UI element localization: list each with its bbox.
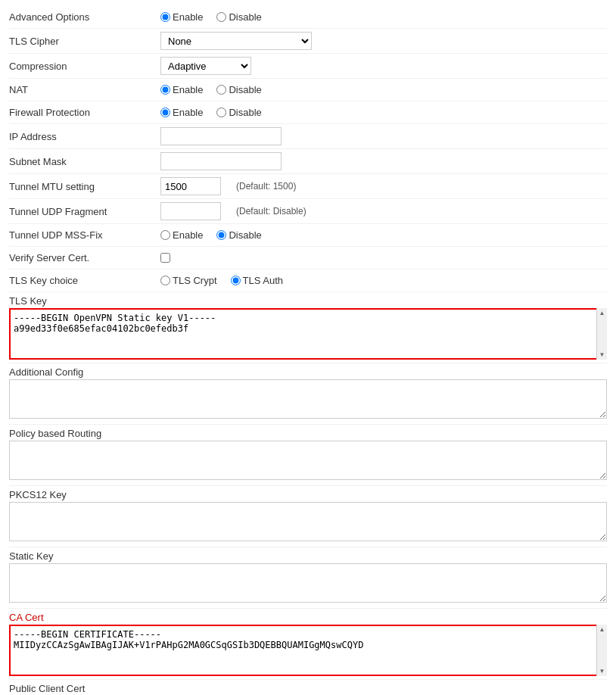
ip-address-control — [160, 127, 607, 145]
tls-cipher-select[interactable]: None AES-128-CBC AES-256-CBC BF-CBC CAME… — [160, 32, 312, 50]
pkcs12-key-wrapper — [9, 502, 607, 544]
ca-cert-box: -----BEGIN CERTIFICATE----- MIIDyzCCAzSg… — [9, 625, 607, 676]
tls-key-scrollbar: ▲ ▼ — [596, 308, 607, 360]
compression-row: Compression Adaptive None LZO — [9, 54, 607, 79]
policy-routing-row: Policy based Routing — [9, 425, 607, 486]
nat-disable-label[interactable]: Disable — [216, 84, 261, 95]
advanced-options-enable-radio[interactable] — [160, 12, 170, 22]
firewall-enable-radio[interactable] — [160, 108, 170, 117]
static-key-row: Static Key — [9, 547, 607, 609]
firewall-disable-radio[interactable] — [216, 108, 226, 117]
ca-cert-row: CA Cert -----BEGIN CERTIFICATE----- MIID… — [9, 609, 607, 680]
advanced-options-control: Enable Disable — [160, 11, 607, 23]
additional-config-row: Additional Config — [9, 363, 607, 425]
subnet-mask-row: Subnet Mask — [9, 149, 607, 174]
tls-cipher-control: None AES-128-CBC AES-256-CBC BF-CBC CAME… — [160, 32, 607, 50]
scroll-down-arrow[interactable]: ▼ — [599, 351, 605, 358]
firewall-protection-label: Firewall Protection — [9, 107, 160, 118]
firewall-protection-row: Firewall Protection Enable Disable — [9, 101, 607, 124]
tls-key-choice-label: TLS Key choice — [9, 275, 160, 286]
ca-scroll-up-arrow[interactable]: ▲ — [599, 626, 605, 633]
tls-key-wrapper: -----BEGIN OpenVPN Static key V1----- a9… — [9, 308, 607, 360]
additional-config-textarea[interactable] — [9, 379, 607, 419]
tunnel-mtu-hint: (Default: 1500) — [236, 181, 296, 192]
tls-key-box: -----BEGIN OpenVPN Static key V1----- a9… — [9, 308, 607, 360]
compression-select[interactable]: Adaptive None LZO — [160, 57, 251, 75]
tunnel-udp-fragment-hint: (Default: Disable) — [236, 206, 306, 217]
public-client-cert-row: Public Client Cert — [9, 680, 607, 695]
tls-key-label: TLS Key — [9, 295, 160, 307]
tls-auth-label[interactable]: TLS Auth — [231, 275, 283, 286]
subnet-mask-control — [160, 152, 607, 170]
static-key-wrapper — [9, 563, 607, 605]
subnet-mask-label: Subnet Mask — [9, 156, 160, 167]
mss-enable-radio[interactable] — [160, 230, 170, 240]
pkcs12-key-label: PKCS12 Key — [9, 489, 160, 500]
policy-routing-wrapper — [9, 441, 607, 482]
compression-label: Compression — [9, 61, 160, 72]
ca-cert-scrollbar: ▲ ▼ — [596, 625, 607, 676]
advanced-options-disable-radio[interactable] — [216, 12, 226, 22]
nat-label: NAT — [9, 84, 160, 95]
tls-crypt-radio[interactable] — [160, 276, 170, 285]
nat-enable-radio[interactable] — [160, 85, 170, 95]
tunnel-udp-fragment-control: (Default: Disable) — [160, 202, 607, 220]
ca-scroll-down-arrow[interactable]: ▼ — [599, 668, 605, 675]
firewall-disable-label[interactable]: Disable — [216, 107, 261, 118]
advanced-options-row: Advanced Options Enable Disable — [9, 6, 607, 29]
tunnel-udp-mss-fix-label: Tunnel UDP MSS-Fix — [9, 229, 160, 241]
tunnel-udp-fragment-label: Tunnel UDP Fragment — [9, 206, 160, 217]
tunnel-mtu-control: (Default: 1500) — [160, 177, 607, 195]
pkcs12-key-row: PKCS12 Key — [9, 486, 607, 547]
verify-server-cert-checkbox[interactable] — [160, 253, 170, 263]
tls-auth-radio[interactable] — [231, 276, 241, 285]
additional-config-wrapper — [9, 379, 607, 421]
advanced-options-label: Advanced Options — [9, 11, 160, 23]
tls-key-row: TLS Key -----BEGIN OpenVPN Static key V1… — [9, 292, 607, 363]
verify-server-cert-row: Verify Server Cert. — [9, 247, 607, 270]
policy-routing-label: Policy based Routing — [9, 428, 160, 439]
mss-disable-label[interactable]: Disable — [216, 229, 261, 241]
ca-cert-label: CA Cert — [9, 612, 160, 623]
nat-disable-radio[interactable] — [216, 85, 226, 95]
tunnel-udp-mss-fix-control: Enable Disable — [160, 229, 607, 241]
tls-key-textarea[interactable]: -----BEGIN OpenVPN Static key V1----- a9… — [11, 310, 605, 358]
policy-routing-textarea[interactable] — [9, 441, 607, 480]
tunnel-mtu-row: Tunnel MTU setting (Default: 1500) — [9, 174, 607, 199]
main-container: Advanced Options Enable Disable TLS Ciph… — [0, 0, 616, 695]
tls-key-choice-control: TLS Crypt TLS Auth — [160, 275, 607, 286]
tunnel-mtu-input[interactable] — [160, 177, 221, 195]
ip-address-input[interactable] — [160, 127, 282, 145]
tunnel-udp-fragment-row: Tunnel UDP Fragment (Default: Disable) — [9, 199, 607, 224]
firewall-protection-control: Enable Disable — [160, 107, 607, 118]
verify-server-cert-label: Verify Server Cert. — [9, 252, 160, 263]
tunnel-udp-fragment-input[interactable] — [160, 202, 221, 220]
tunnel-mtu-label: Tunnel MTU setting — [9, 181, 160, 192]
compression-control: Adaptive None LZO — [160, 57, 607, 75]
tls-cipher-label: TLS Cipher — [9, 36, 160, 47]
tls-crypt-label[interactable]: TLS Crypt — [160, 275, 217, 286]
ca-cert-wrapper: -----BEGIN CERTIFICATE----- MIIDyzCCAzSg… — [9, 625, 607, 676]
advanced-options-disable-label[interactable]: Disable — [216, 11, 261, 23]
tunnel-udp-mss-fix-row: Tunnel UDP MSS-Fix Enable Disable — [9, 224, 607, 247]
nat-enable-label[interactable]: Enable — [160, 84, 203, 95]
mss-enable-label[interactable]: Enable — [160, 229, 203, 241]
tls-key-choice-row: TLS Key choice TLS Crypt TLS Auth — [9, 270, 607, 292]
verify-server-cert-control — [160, 253, 607, 263]
tls-cipher-row: TLS Cipher None AES-128-CBC AES-256-CBC … — [9, 29, 607, 54]
public-client-cert-label: Public Client Cert — [9, 683, 160, 694]
ca-cert-textarea[interactable]: -----BEGIN CERTIFICATE----- MIIDyzCCAzSg… — [11, 626, 605, 675]
subnet-mask-input[interactable] — [160, 152, 282, 170]
scroll-up-arrow[interactable]: ▲ — [599, 310, 605, 316]
nat-control: Enable Disable — [160, 84, 607, 95]
ip-address-row: IP Address — [9, 124, 607, 149]
pkcs12-key-textarea[interactable] — [9, 502, 607, 541]
mss-disable-radio[interactable] — [216, 230, 226, 240]
additional-config-label: Additional Config — [9, 366, 160, 378]
static-key-textarea[interactable] — [9, 563, 607, 603]
firewall-enable-label[interactable]: Enable — [160, 107, 203, 118]
nat-row: NAT Enable Disable — [9, 79, 607, 101]
ip-address-label: IP Address — [9, 131, 160, 142]
static-key-label: Static Key — [9, 550, 160, 562]
advanced-options-enable-label[interactable]: Enable — [160, 11, 203, 23]
